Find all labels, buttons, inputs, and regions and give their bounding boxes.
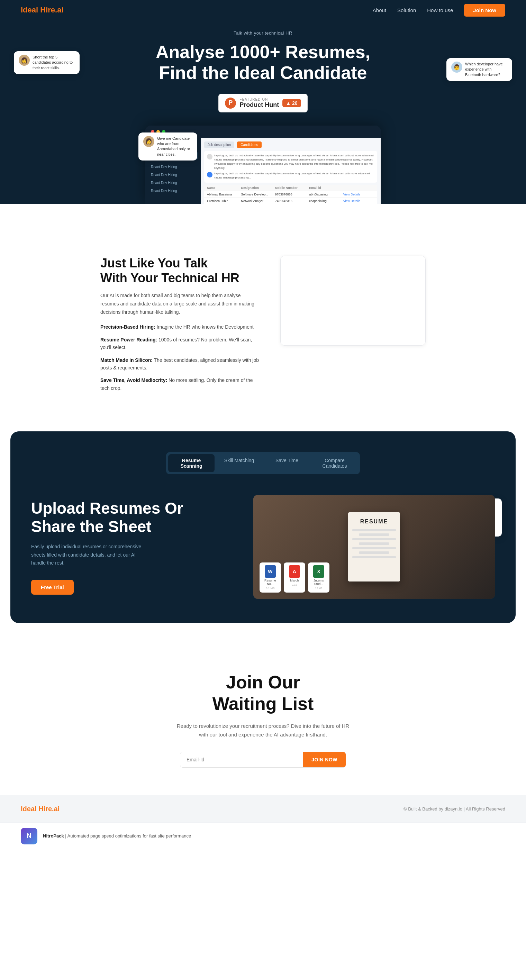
mockup-table-row-2: Gretchen Lubin Network Analyst 746164231… <box>204 198 377 204</box>
chat-text-left-2: Give me Candidate who are from Ahmedabad… <box>157 136 193 158</box>
avatar-left-2: 👩 <box>143 136 155 147</box>
mockup-tabs: Job description Candidates <box>204 142 377 148</box>
free-trial-button[interactable]: Free Trial <box>31 580 74 595</box>
nav-join-button[interactable]: Join Now <box>464 4 505 17</box>
hero-section: 👩 Short the top 5 candidates according t… <box>0 20 526 204</box>
hero-tag: Talk with your technical HR <box>234 30 292 36</box>
proj-item-2[interactable]: React Dev Hiring <box>148 171 198 178</box>
talk-section: Just Like You Talk With Your Technical H… <box>0 204 526 432</box>
tab-save-time[interactable]: Save Time <box>264 454 310 472</box>
mockup-chat-2: I apologize, but I do not actually have … <box>214 172 375 180</box>
proj-item-1[interactable]: React Dev Hiring <box>148 163 198 170</box>
ph-icon: P <box>225 97 236 109</box>
feature-point-2: Resume Power Reading: 1000s of resumes? … <box>100 336 260 352</box>
talk-inner: Just Like You Talk With Your Technical H… <box>73 228 453 425</box>
chat-text-left-1: Short the top 5 candidates according to … <box>32 55 75 70</box>
nav-logo-accent: ai <box>57 6 63 14</box>
file-icon-word: W Resume No... 0.1 MB <box>260 562 281 593</box>
avatar-right: 👨 <box>451 62 462 73</box>
excel-icon: X <box>313 565 324 578</box>
feature-point-1: Precision-Based Hiring: Imagine the HR w… <box>100 323 260 331</box>
footer-logo: Ideal Hire.ai <box>21 805 59 813</box>
features-left: Upload Resumes Or Share the Sheet Easily… <box>31 499 233 595</box>
nitropack-text: NitroPack | Automated page speed optimiz… <box>43 833 191 838</box>
footer: Ideal Hire.ai © Built & Backed by dizayn… <box>0 795 526 822</box>
resume-visual-area: RESUME W Resume No... 0. <box>253 495 495 599</box>
mockup-tab-candidates[interactable]: Candidates <box>237 142 261 148</box>
chat-bubble-left-2: 👩 Give me Candidate who are from Ahmedab… <box>139 132 197 161</box>
chat-bubble-right-1: 👨 Which developer have experience with B… <box>446 58 512 81</box>
mockup-tab-jobdesc[interactable]: Job description <box>204 142 234 148</box>
mockup-table: Name Designation Mobile Number Email id … <box>204 185 377 204</box>
talk-heading: Just Like You Talk With Your Technical H… <box>100 256 260 285</box>
nav-logo: Ideal Hire.ai <box>21 6 64 14</box>
feature-point-4: Save Time, Avoid Mediocrity: No more set… <box>100 376 260 392</box>
features-right: Name Designer Abhinav Bassiana Software … <box>253 495 495 599</box>
join-now-button[interactable]: JOIN NOW <box>303 752 346 767</box>
resume-clipboard: RESUME <box>348 512 400 582</box>
mockup-main: Job description Candidates I apologize, … <box>201 138 381 204</box>
nav-link-solution[interactable]: Solution <box>397 7 416 13</box>
resume-title: RESUME <box>360 519 388 525</box>
footer-copy: © Built & Backed by dizayn.io | All Righ… <box>403 807 505 811</box>
hero-headline: Analyse 1000+ Resumes, Find the Ideal Ca… <box>156 42 370 83</box>
chat-text-right-1: Which developer have experience with Blu… <box>465 62 507 78</box>
proj-item-3[interactable]: React Dev Hiring <box>148 179 198 186</box>
mockup-chat-1: I apologize, but I do not actually have … <box>214 154 375 170</box>
features-content: Upload Resumes Or Share the Sheet Easily… <box>31 495 495 599</box>
pdf-icon: A <box>289 565 300 578</box>
features-heading: Upload Resumes Or Share the Sheet <box>31 499 233 536</box>
tab-skill-matching[interactable]: Skill Matching <box>216 454 262 472</box>
file-icons-row: W Resume No... 0.1 MB A March 0.18 X Jnt… <box>260 562 330 593</box>
mockup-chat-area-1: I apologize, but I do not actually have … <box>204 151 377 183</box>
join-section: Join Our Waiting List Ready to revolutio… <box>0 644 526 795</box>
file-icon-excel: X Jnterns Stud... 12 kB <box>308 562 330 593</box>
nav-link-about[interactable]: About <box>373 7 386 13</box>
file-icon-pdf: A March 0.18 <box>284 562 305 593</box>
nitropack-bar: N NitroPack | Automated page speed optim… <box>0 822 526 849</box>
mockup-table-header: Name Designation Mobile Number Email id <box>204 185 377 191</box>
nav-link-howtouse[interactable]: How to use <box>427 7 453 13</box>
nitropack-icon: N <box>21 828 37 845</box>
feature-point-3: Match Made in Silicon: The best candidat… <box>100 356 260 372</box>
features-tabs: Resume Scanning Skill Matching Save Time… <box>166 452 360 474</box>
mockup-table-row-1: Abhinav Bassiana Software Develop... 970… <box>204 191 377 198</box>
word-icon: W <box>265 565 276 578</box>
nav-links: About Solution How to use Join Now <box>373 4 505 17</box>
proj-item-4[interactable]: React Dev Hiring <box>148 187 198 194</box>
chat-bubble-left-1: 👩 Short the top 5 candidates according t… <box>14 51 80 74</box>
features-dark-section: Resume Scanning Skill Matching Save Time… <box>10 431 516 623</box>
ph-featured-label: FEATURED ON <box>239 97 279 101</box>
tab-resume-scanning[interactable]: Resume Scanning <box>168 454 215 472</box>
email-input[interactable] <box>180 752 303 767</box>
join-desc: Ready to revolutionize your recruitment … <box>177 722 349 739</box>
tab-compare-candidates[interactable]: Compare Candidates <box>311 454 358 472</box>
talk-right-visual <box>280 256 426 345</box>
talk-intro: Our AI is made for both small and big te… <box>100 292 260 316</box>
features-desc: Easily upload individual resumes or comp… <box>31 543 142 567</box>
join-heading: Join Our Waiting List <box>14 671 512 715</box>
talk-left: Just Like You Talk With Your Technical H… <box>100 256 260 397</box>
ph-text-block: FEATURED ON Product Hunt <box>239 97 279 109</box>
nav-logo-text: Ideal Hire. <box>21 6 57 14</box>
avatar-left: 👩 <box>19 55 30 66</box>
navbar: Ideal Hire.ai About Solution How to use … <box>0 0 526 20</box>
product-hunt-badge[interactable]: P FEATURED ON Product Hunt ▲ 26 <box>218 94 307 113</box>
ph-name: Product Hunt <box>239 101 279 109</box>
ph-count: ▲ 26 <box>282 99 301 107</box>
hero-mockup-wrapper: 👩 Give me Candidate who are from Ahmedab… <box>145 126 381 204</box>
join-form: JOIN NOW <box>180 752 346 768</box>
